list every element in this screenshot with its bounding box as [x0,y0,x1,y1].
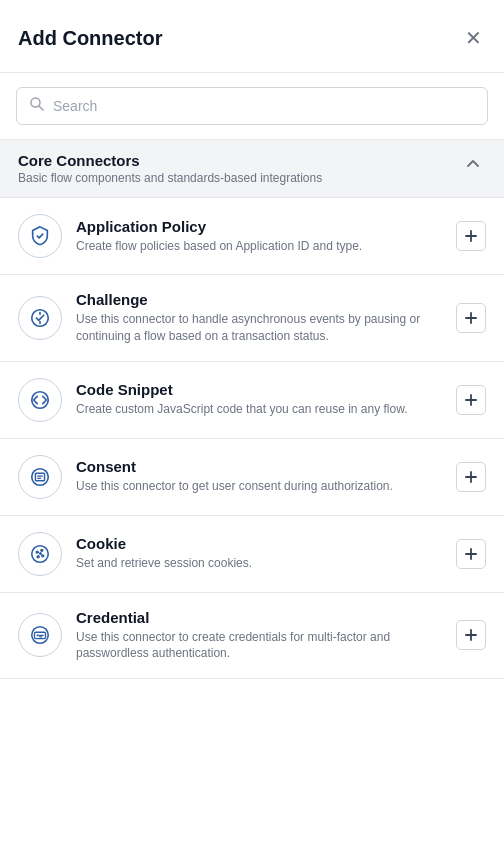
connector-item-consent: Consent Use this connector to get user c… [0,439,504,516]
section-subtitle: Basic flow components and standards-base… [18,171,460,185]
cookie-name: Cookie [76,535,442,552]
connector-item-application-policy: Application Policy Create flow policies … [0,198,504,275]
svg-point-18 [41,549,43,551]
search-icon [29,96,45,116]
search-input[interactable] [53,98,475,114]
credential-info: Credential Use this connector to create … [76,609,442,663]
close-icon: ✕ [465,26,482,50]
application-policy-desc: Create flow policies based on Applicatio… [76,238,442,255]
section-title: Core Connectors [18,152,460,169]
add-cookie-button[interactable] [456,539,486,569]
credential-name: Credential [76,609,442,626]
add-credential-button[interactable] [456,620,486,650]
svg-line-1 [39,106,43,110]
modal-title: Add Connector [18,27,162,50]
add-connector-modal: Add Connector ✕ Core Connectors Basic fl… [0,0,504,850]
section-header-content: Core Connectors Basic flow components an… [18,152,460,185]
cookie-info: Cookie Set and retrieve session cookies. [76,535,442,572]
challenge-info: Challenge Use this connector to handle a… [76,291,442,345]
add-consent-button[interactable] [456,462,486,492]
svg-point-17 [36,551,38,553]
consent-desc: Use this connector to get user consent d… [76,478,442,495]
svg-point-10 [32,468,49,485]
code-snippet-info: Code Snippet Create custom JavaScript co… [76,381,442,418]
svg-point-19 [42,555,44,557]
application-policy-icon [18,214,62,258]
credential-icon [18,613,62,657]
add-application-policy-button[interactable] [456,221,486,251]
consent-icon [18,455,62,499]
cookie-desc: Set and retrieve session cookies. [76,555,442,572]
consent-name: Consent [76,458,442,475]
section-header: Core Connectors Basic flow components an… [0,140,504,198]
connector-item-credential: Credential Use this connector to create … [0,593,504,680]
credential-desc: Use this connector to create credentials… [76,629,442,663]
close-button[interactable]: ✕ [461,22,486,54]
add-challenge-button[interactable] [456,303,486,333]
challenge-name: Challenge [76,291,442,308]
section-collapse-button[interactable] [460,154,486,177]
challenge-icon [18,296,62,340]
svg-point-20 [37,555,39,557]
search-input-wrapper [16,87,488,125]
connector-item-challenge: Challenge Use this connector to handle a… [0,275,504,362]
search-container [0,73,504,140]
connector-list: Application Policy Create flow policies … [0,198,504,850]
code-snippet-icon [18,378,62,422]
svg-point-26 [37,635,39,637]
code-snippet-desc: Create custom JavaScript code that you c… [76,401,442,418]
svg-rect-11 [35,473,44,480]
code-snippet-name: Code Snippet [76,381,442,398]
application-policy-name: Application Policy [76,218,442,235]
modal-header: Add Connector ✕ [0,0,504,73]
challenge-desc: Use this connector to handle asynchronou… [76,311,442,345]
cookie-icon [18,532,62,576]
connector-item-code-snippet: Code Snippet Create custom JavaScript co… [0,362,504,439]
add-code-snippet-button[interactable] [456,385,486,415]
consent-info: Consent Use this connector to get user c… [76,458,442,495]
svg-point-21 [40,552,41,553]
connector-item-cookie: Cookie Set and retrieve session cookies. [0,516,504,593]
application-policy-info: Application Policy Create flow policies … [76,218,442,255]
